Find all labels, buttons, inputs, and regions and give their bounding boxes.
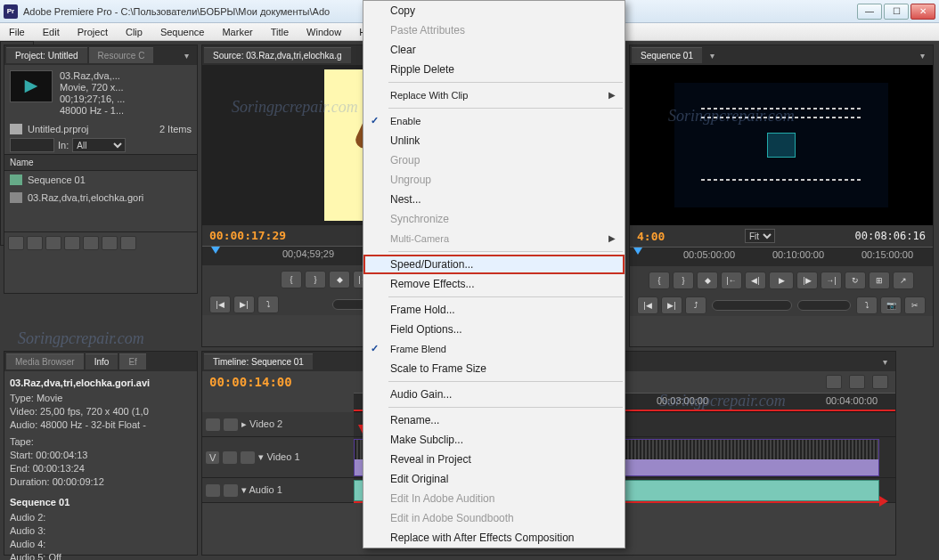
- settings-button[interactable]: [872, 375, 888, 389]
- menu-ungroup[interactable]: Ungroup: [363, 170, 625, 190]
- sequence-dropdown-icon[interactable]: ▾: [706, 49, 720, 61]
- menu-frame-blend[interactable]: ✓Frame Blend: [363, 339, 625, 359]
- menu-audio-gain[interactable]: Audio Gain...: [363, 385, 625, 404]
- menu-unlink[interactable]: Unlink: [363, 131, 625, 150]
- project-item-clip[interactable]: 03.Raz,dva,tri,elochka.gori: [4, 189, 197, 207]
- menu-group[interactable]: Group: [363, 150, 625, 170]
- goto-in-button[interactable]: |←: [721, 272, 742, 289]
- eye-icon[interactable]: [223, 451, 237, 464]
- export-frame-button[interactable]: 📷: [880, 296, 902, 314]
- menu-marker[interactable]: Marker: [213, 23, 261, 40]
- menu-file[interactable]: File: [0, 23, 34, 40]
- program-timecode-current[interactable]: 4:00: [637, 230, 665, 243]
- v-target[interactable]: V: [206, 451, 219, 464]
- menu-edit-in-audition[interactable]: Edit In Adobe Audition: [363, 489, 625, 508]
- tab-info[interactable]: Info: [86, 353, 118, 369]
- mark-in-button[interactable]: {: [281, 271, 302, 288]
- new-item-button[interactable]: [102, 236, 118, 250]
- tab-effects[interactable]: Ef: [119, 353, 145, 369]
- panel-menu-icon[interactable]: ▾: [179, 49, 193, 61]
- tab-project[interactable]: Project: Untitled: [6, 47, 87, 63]
- column-header-name[interactable]: Name: [4, 154, 197, 171]
- menu-replace-after-effects[interactable]: Replace with After Effects Composition: [363, 528, 625, 548]
- menu-sequence[interactable]: Sequence: [151, 23, 214, 40]
- goto-out-button[interactable]: →|: [821, 272, 842, 289]
- menu-clear[interactable]: Clear: [363, 40, 625, 60]
- jog-wheel[interactable]: [712, 300, 792, 311]
- timeline-timecode[interactable]: 00:00:14:00: [209, 375, 292, 389]
- goto-prev-button[interactable]: |◀: [209, 296, 231, 313]
- find-button[interactable]: [64, 236, 80, 250]
- panel-menu-icon[interactable]: ▾: [915, 49, 929, 61]
- delete-button[interactable]: [120, 236, 136, 250]
- mark-in-button[interactable]: {: [649, 272, 670, 289]
- insert-button[interactable]: ⤵: [257, 296, 279, 313]
- menu-frame-hold[interactable]: Frame Hold...: [363, 300, 625, 320]
- lock-icon[interactable]: [241, 451, 255, 464]
- play-button[interactable]: ▶: [769, 272, 794, 289]
- menu-paste-attributes[interactable]: Paste Attributes: [363, 20, 625, 40]
- menu-enable[interactable]: ✓Enable: [363, 111, 625, 131]
- program-time-ruler[interactable]: 00:05:00:00 00:10:00:00 00:15:00:00: [630, 247, 933, 266]
- set-marker-button[interactable]: ◆: [329, 271, 350, 288]
- menu-edit-in-soundbooth[interactable]: Edit in Adobe Soundbooth: [363, 508, 625, 528]
- menu-replace-with-clip[interactable]: Replace With Clip▶: [363, 85, 625, 105]
- menu-speed-duration[interactable]: Speed/Duration...: [363, 255, 625, 274]
- menu-edit-original[interactable]: Edit Original: [363, 469, 625, 489]
- search-input[interactable]: [10, 138, 54, 152]
- menu-ripple-delete[interactable]: Ripple Delete: [363, 60, 625, 79]
- close-button[interactable]: ✕: [910, 4, 935, 20]
- track-header-video2[interactable]: ▸ Video 2: [202, 412, 354, 437]
- tab-program[interactable]: Sequence 01: [632, 47, 702, 63]
- menu-multi-camera[interactable]: Multi-Camera▶: [363, 229, 625, 248]
- lift-button[interactable]: ⤴: [685, 296, 706, 314]
- minimize-button[interactable]: —: [857, 4, 882, 20]
- speaker-icon[interactable]: [206, 484, 220, 497]
- zoom-select[interactable]: Fit: [745, 229, 775, 243]
- project-item-sequence[interactable]: Sequence 01: [4, 171, 197, 189]
- maximize-button[interactable]: ☐: [884, 4, 909, 20]
- track-header-video1[interactable]: V ▾ Video 1: [202, 437, 354, 478]
- eye-icon[interactable]: [206, 418, 220, 431]
- list-view-button[interactable]: [8, 236, 24, 250]
- source-timecode-current[interactable]: 00:00:17:29: [209, 229, 286, 242]
- goto-next-button[interactable]: ▶|: [233, 296, 255, 313]
- safe-margins-button[interactable]: ⊞: [869, 272, 890, 289]
- playhead-icon[interactable]: [211, 247, 220, 254]
- tab-resource-central[interactable]: Resource C: [89, 47, 154, 63]
- tab-timeline[interactable]: Timeline: Sequence 01: [204, 353, 313, 369]
- menu-title[interactable]: Title: [262, 23, 298, 40]
- menu-nest[interactable]: Nest...: [363, 190, 625, 209]
- new-bin-button[interactable]: [83, 236, 99, 250]
- menu-copy[interactable]: Copy: [363, 1, 625, 20]
- menu-field-options[interactable]: Field Options...: [363, 320, 625, 339]
- filter-select[interactable]: All: [72, 138, 126, 152]
- goto-prev-edit-button[interactable]: |◀: [637, 296, 658, 314]
- snap-button[interactable]: [826, 375, 842, 389]
- menu-clip[interactable]: Clip: [117, 23, 151, 40]
- marker-button[interactable]: [849, 375, 865, 389]
- shuttle-slider[interactable]: [797, 300, 851, 311]
- mark-out-button[interactable]: }: [673, 272, 694, 289]
- automate-button[interactable]: [45, 236, 61, 250]
- playhead-icon[interactable]: [633, 248, 642, 255]
- mark-out-button[interactable]: }: [305, 271, 326, 288]
- trim-button[interactable]: ✂: [904, 296, 926, 314]
- menu-edit[interactable]: Edit: [34, 23, 69, 40]
- menu-synchronize[interactable]: Synchronize: [363, 209, 625, 229]
- extract-button[interactable]: ⤵: [856, 296, 878, 314]
- track-header-audio1[interactable]: ▾ Audio 1: [202, 478, 354, 503]
- tab-media-browser[interactable]: Media Browser: [6, 353, 84, 369]
- goto-next-edit-button[interactable]: ▶|: [661, 296, 682, 314]
- program-video-display[interactable]: [630, 65, 933, 225]
- menu-reveal-in-project[interactable]: Reveal in Project: [363, 450, 625, 469]
- lock-icon[interactable]: [224, 418, 238, 431]
- icon-view-button[interactable]: [27, 236, 43, 250]
- menu-window[interactable]: Window: [298, 23, 350, 40]
- lock-icon[interactable]: [224, 484, 238, 497]
- step-forward-button[interactable]: |▶: [796, 272, 818, 289]
- menu-remove-effects[interactable]: Remove Effects...: [363, 274, 625, 294]
- set-marker-button[interactable]: ◆: [697, 272, 718, 289]
- menu-scale-to-frame[interactable]: Scale to Frame Size: [363, 359, 625, 378]
- output-button[interactable]: ↗: [893, 272, 914, 289]
